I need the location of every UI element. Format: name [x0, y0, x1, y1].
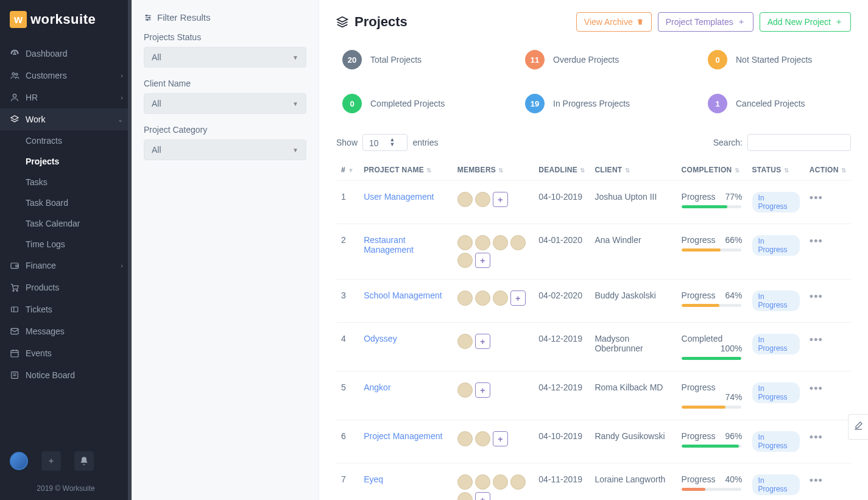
sidebar-scrollbar[interactable] — [128, 0, 132, 500]
updown-icon: ▲▼ — [390, 137, 395, 147]
member-avatar[interactable] — [457, 235, 473, 250]
member-avatar[interactable] — [510, 235, 526, 250]
stat-count: 20 — [342, 50, 362, 69]
stat-total-projects: 20Total Projects — [342, 50, 476, 69]
sidebar-footer: ＋ — [0, 443, 132, 479]
sidebar-subitem-tasks[interactable]: Tasks — [0, 172, 132, 192]
cell-completion: Completed100% — [682, 334, 743, 360]
project-link[interactable]: Angkor — [364, 382, 390, 392]
row-actions-button[interactable]: ••• — [810, 334, 823, 346]
member-avatar[interactable] — [493, 474, 508, 490]
row-actions-button[interactable]: ••• — [810, 290, 823, 303]
project-link[interactable]: Eyeq — [364, 474, 383, 484]
col--[interactable]: #▼ — [336, 160, 359, 181]
view-archive-button[interactable]: View Archive — [576, 12, 652, 32]
col-client[interactable]: CLIENT⇅ — [590, 160, 676, 181]
sidebar-item-tickets[interactable]: Tickets — [0, 298, 132, 320]
sidebar-subitem-time-logs[interactable]: Time Logs — [0, 234, 132, 255]
sidebar-subitem-projects[interactable]: Projects — [0, 151, 132, 172]
filter-select-projects-status[interactable]: All▼ — [144, 47, 306, 68]
sidebar-item-work[interactable]: Work⌄ — [0, 108, 132, 130]
row-actions-button[interactable]: ••• — [810, 235, 823, 247]
svg-point-7 — [16, 290, 18, 291]
sidebar-subitem-task-board[interactable]: Task Board — [0, 192, 132, 213]
notifications-button[interactable] — [74, 451, 94, 471]
status-badge: In Progress — [752, 382, 800, 403]
ticket-icon — [10, 305, 19, 314]
member-avatar[interactable] — [457, 474, 473, 490]
member-avatar[interactable] — [457, 334, 473, 349]
add-member-button[interactable]: + — [475, 334, 490, 349]
status-badge: In Progress — [752, 334, 800, 354]
member-avatar[interactable] — [457, 290, 473, 306]
col-completion[interactable]: COMPLETION⇅ — [677, 160, 747, 181]
stat-label: Completed Projects — [370, 99, 445, 108]
cell-deadline: 04-12-2019 — [534, 323, 590, 371]
add-member-button[interactable]: + — [493, 431, 508, 446]
header-actions: View Archive Project Templates ＋ Add New… — [576, 12, 851, 32]
col-deadline[interactable]: DEADLINE⇅ — [534, 160, 590, 181]
row-actions-button[interactable]: ••• — [810, 192, 823, 204]
float-edit-button[interactable] — [848, 414, 868, 440]
member-avatar[interactable] — [457, 431, 473, 446]
add-member-button[interactable]: + — [493, 192, 508, 207]
sidebar-subitem-task-calendar[interactable]: Task Calendar — [0, 213, 132, 234]
member-avatar[interactable] — [493, 235, 508, 250]
row-actions-button[interactable]: ••• — [810, 474, 823, 487]
cell-deadline: 04-02-2020 — [534, 280, 590, 323]
col-project-name[interactable]: PROJECT NAME⇅ — [359, 160, 453, 181]
user-avatar[interactable] — [10, 452, 28, 470]
sidebar-item-notice-board[interactable]: Notice Board — [0, 364, 132, 386]
entries-select[interactable]: 10 ▲▼ — [362, 134, 408, 151]
project-link[interactable]: Restaurant Management — [364, 235, 414, 255]
member-avatar[interactable] — [475, 192, 490, 207]
add-member-button[interactable]: + — [475, 253, 490, 268]
filter-select-project-category[interactable]: All▼ — [144, 139, 306, 160]
sidebar-subitem-contracts[interactable]: Contracts — [0, 130, 132, 151]
project-link[interactable]: School Management — [364, 290, 442, 300]
sidebar-item-dashboard[interactable]: Dashboard — [0, 43, 132, 65]
member-avatar[interactable] — [493, 290, 508, 306]
table-row: 5Angkor+04-12-2019Roma Kilback MDProgres… — [336, 371, 851, 420]
member-avatar[interactable] — [457, 382, 473, 398]
member-avatar[interactable] — [475, 431, 490, 446]
cell-completion: Progress96% — [682, 431, 743, 448]
row-actions-button[interactable]: ••• — [810, 431, 823, 443]
page-title: Projects — [336, 14, 408, 30]
member-avatar[interactable] — [457, 492, 473, 500]
col-members[interactable]: MEMBERS⇅ — [453, 160, 534, 181]
member-avatar[interactable] — [475, 474, 490, 490]
add-member-button[interactable]: + — [475, 492, 490, 500]
stat-label: Total Projects — [370, 55, 422, 65]
col-status[interactable]: STATUS⇅ — [747, 160, 805, 181]
sidebar-item-products[interactable]: Products — [0, 276, 132, 298]
sort-icon: ▼ — [348, 167, 354, 174]
member-avatar[interactable] — [457, 192, 473, 207]
sidebar-item-messages[interactable]: Messages — [0, 320, 132, 342]
sidebar-item-customers[interactable]: Customers› — [0, 65, 132, 86]
add-button[interactable]: ＋ — [41, 451, 61, 471]
row-actions-button[interactable]: ••• — [810, 382, 823, 395]
member-avatar[interactable] — [457, 253, 473, 268]
project-link[interactable]: User Management — [364, 192, 434, 202]
table-row: 1User Management+04-10-2019Joshua Upton … — [336, 181, 851, 224]
project-link[interactable]: Project Management — [364, 431, 442, 441]
add-member-button[interactable]: + — [510, 290, 526, 306]
sidebar-item-finance[interactable]: Finance› — [0, 255, 132, 276]
filter-select-client-name[interactable]: All▼ — [144, 93, 306, 114]
cell-client: Loraine Langworth — [590, 463, 676, 501]
project-templates-button[interactable]: Project Templates ＋ — [658, 12, 753, 32]
sidebar-item-events[interactable]: Events — [0, 342, 132, 364]
member-avatar[interactable] — [475, 235, 490, 250]
member-avatar[interactable] — [510, 474, 526, 490]
sidebar-item-hr[interactable]: HR› — [0, 86, 132, 108]
cell-completion: Progress77% — [682, 192, 743, 208]
add-new-project-button[interactable]: Add New Project ＋ — [760, 12, 851, 32]
col-action[interactable]: ACTION⇅ — [805, 160, 851, 181]
search-input[interactable] — [747, 134, 851, 151]
project-link[interactable]: Odyssey — [364, 334, 397, 343]
add-member-button[interactable]: + — [475, 382, 490, 398]
sidebar: w worksuite DashboardCustomers›HR›Work⌄C… — [0, 0, 132, 500]
member-avatar[interactable] — [475, 290, 490, 306]
svg-point-22 — [149, 16, 150, 18]
